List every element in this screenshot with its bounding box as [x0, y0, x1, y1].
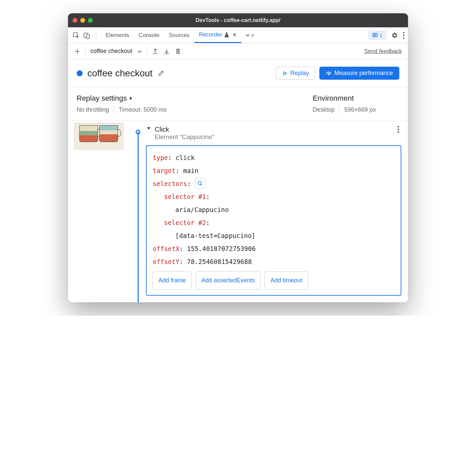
field-target-val[interactable]: main: [183, 167, 199, 174]
step-header[interactable]: Click Element "Cappucino": [146, 126, 401, 141]
field-sel2-val[interactable]: [data-test=Cappucino]: [175, 232, 255, 239]
edit-title-icon[interactable]: [157, 70, 165, 77]
issues-badge[interactable]: 1: [369, 31, 386, 39]
issues-count: 1: [380, 32, 382, 38]
import-icon[interactable]: [163, 48, 170, 55]
devtools-window: DevTools - coffee-cart.netlify.app/ Elem…: [68, 13, 408, 302]
maximize-window-button[interactable]: [88, 18, 93, 23]
field-sel1-key: selector #1: [164, 193, 206, 200]
device-toggle-icon[interactable]: [83, 32, 90, 39]
environment-device: Desktop: [313, 106, 335, 113]
add-asserted-events-button[interactable]: Add assertedEvents: [196, 271, 261, 290]
svg-point-10: [398, 131, 399, 133]
field-sel1-val[interactable]: aria/Cappucino: [175, 206, 229, 213]
svg-rect-3: [373, 33, 377, 37]
timeline: [132, 121, 144, 302]
field-type-val[interactable]: click: [176, 154, 195, 161]
recording-select[interactable]: coffee checkout: [90, 48, 142, 55]
svg-rect-2: [87, 34, 89, 38]
close-tab-icon[interactable]: ✕: [232, 32, 237, 38]
field-offsety-val[interactable]: 78.25460815429688: [187, 258, 252, 265]
titlebar: DevTools - coffee-cart.netlify.app/: [68, 13, 408, 27]
measure-performance-button[interactable]: Measure performance: [319, 67, 399, 80]
field-offsetx-val[interactable]: 155.40187072753906: [187, 245, 256, 252]
traffic-lights: [73, 18, 93, 23]
chevron-down-icon: [137, 49, 142, 54]
add-timeout-button[interactable]: Add timeout: [265, 271, 308, 290]
svg-point-4: [403, 32, 404, 33]
settings-row: Replay settings No throttling Timeout: 5…: [68, 87, 408, 121]
svg-point-7: [328, 74, 329, 75]
steps-body: Click Element "Cappucino" type: click ta…: [68, 121, 408, 302]
new-recording-button[interactable]: [74, 48, 81, 55]
throttling-value: No throttling: [77, 106, 109, 113]
window-title: DevTools - coffee-cart.netlify.app/: [68, 17, 408, 23]
recording-status-dot: [77, 70, 83, 76]
recording-header: coffee checkout Replay Measure performan…: [68, 59, 408, 87]
recording-title: coffee checkout: [87, 68, 153, 79]
inspect-icon[interactable]: [73, 32, 79, 39]
svg-point-6: [403, 37, 404, 38]
chevron-right-icon: [129, 96, 133, 101]
step-title: Click: [155, 126, 214, 133]
replay-button[interactable]: Replay: [276, 67, 315, 80]
recorder-toolbar: coffee checkout Send feedback: [68, 43, 408, 59]
step-kebab-menu[interactable]: [395, 126, 401, 133]
field-target-key: target: [153, 167, 176, 174]
field-offsetx-key: offsetX: [153, 245, 179, 252]
kebab-menu-icon[interactable]: [403, 32, 405, 39]
field-type-key: type: [153, 154, 168, 161]
export-icon[interactable]: [152, 48, 159, 55]
tab-recorder[interactable]: Recorder ✕: [194, 27, 241, 43]
environment-heading: Environment: [313, 94, 399, 103]
field-sel2-key: selector #2: [164, 219, 206, 226]
more-tabs-button[interactable]: »: [241, 27, 258, 43]
field-offsety-key: offsetY: [153, 258, 179, 265]
collapse-icon: [146, 126, 151, 131]
selector-picker-button[interactable]: [195, 179, 205, 189]
svg-point-5: [403, 34, 404, 36]
minimize-window-button[interactable]: [80, 18, 85, 23]
tab-elements[interactable]: Elements: [101, 27, 134, 43]
replay-settings-toggle[interactable]: Replay settings: [77, 94, 313, 103]
field-selectors-key: selectors: [153, 180, 187, 187]
step-subtitle: Element "Cappucino": [155, 133, 214, 141]
tabbar: Elements Console Sources Recorder ✕ » 1: [68, 27, 408, 43]
delete-icon[interactable]: [175, 48, 181, 55]
tab-sources[interactable]: Sources: [164, 27, 194, 43]
timeout-value: Timeout: 5000 ms: [119, 106, 166, 113]
divider: [96, 32, 96, 39]
step-detail-box: type: click target: main selectors: sele…: [146, 145, 401, 296]
step-screenshot-thumbnail[interactable]: [74, 123, 123, 150]
svg-point-8: [398, 126, 399, 127]
add-frame-button[interactable]: Add frame: [153, 271, 192, 290]
close-window-button[interactable]: [73, 18, 77, 23]
environment-viewport: 596×669 px: [344, 106, 376, 113]
tab-console[interactable]: Console: [134, 27, 164, 43]
flask-icon: [224, 32, 229, 37]
settings-gear-icon[interactable]: [391, 32, 398, 39]
send-feedback-link[interactable]: Send feedback: [364, 48, 402, 55]
svg-point-9: [398, 129, 399, 130]
